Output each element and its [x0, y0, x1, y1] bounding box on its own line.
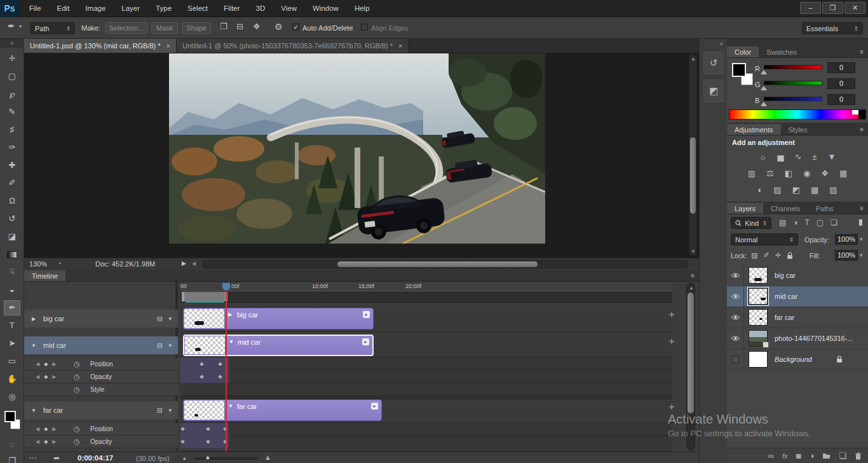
filter-adjustment-layers-icon[interactable]: ◑ [793, 218, 797, 227]
tab-layers[interactable]: Layers [727, 203, 763, 214]
menu-view[interactable]: View [281, 4, 297, 12]
next-keyframe-icon[interactable]: ▶ [52, 374, 56, 380]
track-options-caret-icon[interactable]: ▾ [168, 315, 172, 322]
timeline-zoom-slider[interactable] [194, 457, 258, 460]
red-slider[interactable] [764, 65, 822, 69]
spectrum-white-swatch[interactable] [852, 110, 858, 114]
timeline-vertical-scrollbar[interactable]: ▲ [686, 283, 695, 450]
dodge-tool[interactable]: ◒ [4, 282, 20, 298]
tab-adjustments[interactable]: Adjustments [727, 124, 781, 135]
stopwatch-icon[interactable]: ◷ [74, 438, 85, 446]
add-keyframe-icon[interactable]: ◆ [44, 361, 48, 367]
menu-filter[interactable]: Filter [224, 4, 240, 12]
menu-image[interactable]: Image [85, 4, 105, 12]
tool-mode-select[interactable]: Path ⇕ [31, 22, 75, 34]
zoom-in-timeline-icon[interactable]: ▲ [264, 453, 271, 461]
timeline-tab[interactable]: Timeline [24, 270, 65, 281]
close-button[interactable]: ✕ [844, 2, 865, 14]
clip-badge-icon[interactable]: ▸ [363, 311, 370, 318]
horizontal-scroll-thumb[interactable] [337, 261, 538, 267]
brightness-contrast-icon[interactable]: ☼ [759, 152, 767, 162]
menu-help[interactable]: Help [355, 4, 370, 12]
clip-badge-icon[interactable]: ▸ [371, 403, 378, 410]
layer-row-background[interactable]: Background [727, 349, 868, 370]
status-back-icon[interactable]: ◀ [192, 261, 196, 266]
eyedropper-tool[interactable]: ✑ [4, 140, 20, 155]
vibrance-icon[interactable]: ▼ [828, 152, 836, 162]
black-white-icon[interactable]: ◧ [785, 169, 792, 178]
scroll-up-icon[interactable]: ▲ [689, 285, 694, 291]
track-options-caret-icon[interactable]: ▾ [168, 342, 172, 349]
move-tool[interactable]: ✛ [4, 51, 20, 66]
new-layer-icon[interactable]: ❏ [839, 451, 846, 460]
color-balance-icon[interactable]: ⚖ [766, 169, 774, 178]
next-keyframe-icon[interactable]: ▶ [52, 426, 56, 432]
3d-panel-icon[interactable]: ◩ [702, 78, 725, 104]
align-edges-checkbox[interactable] [361, 24, 368, 31]
collapse-icon[interactable]: ▼ [24, 343, 43, 349]
zoom-tool[interactable]: ◎ [4, 389, 20, 404]
zoom-level-field[interactable]: 130% [29, 260, 47, 268]
path-alignment-icon[interactable]: ⊟ [236, 22, 243, 31]
path-operations-icon[interactable]: ❐ [220, 22, 227, 31]
link-layers-icon[interactable]: ∞ [768, 451, 774, 460]
layer-name[interactable]: big car [775, 272, 796, 279]
healing-brush-tool[interactable]: ✚ [4, 158, 20, 173]
visibility-toggle[interactable] [727, 265, 744, 286]
tool-preset-caret-icon[interactable]: ▾ [19, 24, 22, 29]
blue-slider-thumb[interactable] [761, 102, 767, 106]
eraser-tool[interactable]: ◪ [4, 229, 20, 244]
new-group-folder-icon[interactable] [822, 452, 831, 459]
new-adjustment-layer-icon[interactable]: ◑ [809, 451, 814, 460]
stopwatch-icon[interactable]: ◷ [74, 385, 85, 394]
property-row-position[interactable]: ◀◆▶ ◷ Position [24, 358, 178, 371]
gradient-map-icon[interactable]: ▩ [811, 185, 818, 195]
tab-color[interactable]: Color [727, 46, 759, 57]
filter-type-layers-icon[interactable]: T [805, 218, 810, 227]
green-value-field[interactable]: 0 [827, 78, 855, 89]
clip-collapse-icon[interactable]: ▼ [228, 403, 233, 409]
layer-thumbnail[interactable] [749, 330, 768, 347]
playhead-line[interactable] [226, 291, 227, 452]
minimize-button[interactable]: – [800, 2, 821, 14]
menu-edit[interactable]: Edit [57, 4, 70, 12]
gradient-tool[interactable] [4, 247, 20, 262]
type-tool[interactable]: T [4, 318, 20, 333]
tab-styles[interactable]: Styles [781, 124, 815, 135]
keyframe-diamond[interactable]: ◆ [180, 438, 185, 445]
rectangle-tool[interactable]: ▭ [4, 354, 20, 369]
status-popup-icon[interactable]: ▶ [182, 260, 186, 266]
opacity-caret-icon[interactable]: ▾ [860, 236, 863, 242]
filter-shape-layers-icon[interactable]: ▢ [817, 218, 824, 227]
keyframe-diamond[interactable]: ◆ [206, 425, 210, 432]
brush-tool[interactable]: ✐ [4, 176, 20, 191]
auto-add-delete-checkbox[interactable]: ✓ [292, 24, 299, 31]
foreground-color-swatch[interactable] [4, 411, 16, 422]
green-slider-thumb[interactable] [761, 86, 767, 90]
doc-tab-2-close-icon[interactable]: × [398, 42, 402, 50]
make-shape-button[interactable]: Shape [182, 22, 211, 34]
blend-mode-select[interactable]: Normal ⇕ [731, 233, 798, 245]
add-keyframe-icon[interactable]: ◆ [44, 426, 48, 432]
property-row-opacity[interactable]: ◀◆▶ ◷ Opacity [24, 371, 178, 384]
blue-slider[interactable] [764, 97, 822, 101]
keyframe-diamond[interactable]: ◆ [206, 438, 210, 445]
lasso-tool[interactable]: ℘ [4, 86, 20, 102]
prev-keyframe-icon[interactable]: ◀ [36, 426, 39, 432]
timeline-menu-icon[interactable]: ≡ [691, 270, 699, 281]
invert-icon[interactable]: ◐ [757, 185, 763, 195]
color-panel-menu-icon[interactable]: ≡ [860, 46, 868, 57]
crop-tool[interactable]: ♯ [4, 122, 20, 137]
keyframe-diamond[interactable]: ◆ [180, 425, 185, 432]
layer-thumbnail[interactable] [749, 288, 768, 305]
lock-transparent-pixels-icon[interactable]: ▨ [751, 251, 757, 259]
stopwatch-icon[interactable]: ◷ [74, 425, 85, 433]
layer-name[interactable]: far car [775, 314, 794, 321]
lock-all-icon[interactable] [787, 252, 793, 259]
add-media-button[interactable]: + [668, 335, 675, 348]
track-header-far-car[interactable]: ▼ far car ⊟ ▾ [24, 401, 178, 419]
layers-menu-icon[interactable]: ≡ [860, 203, 868, 214]
doc-tab-2[interactable]: Untitled-1 @ 50% (photo-1503376780353-7e… [177, 39, 409, 53]
scroll-up-icon[interactable]: ▲ [691, 56, 696, 62]
layer-filter-kind-select[interactable]: Kind ⇕ [731, 217, 771, 229]
